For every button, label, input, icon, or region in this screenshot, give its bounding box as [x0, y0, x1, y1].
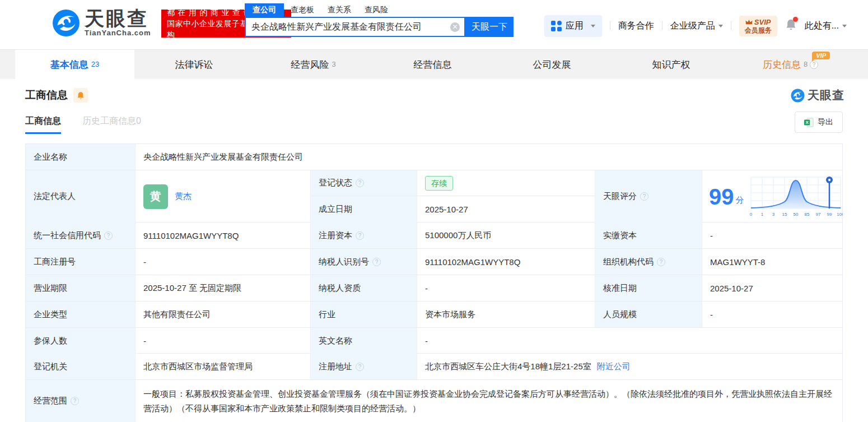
- tab-business-info[interactable]: 经营信息: [373, 50, 492, 79]
- search-tabs: 查公司 查老板 查关系 查风险: [245, 3, 514, 17]
- establish-date-value: 2025-10-27: [417, 196, 595, 222]
- svg-text:3: 3: [772, 212, 774, 217]
- industry-value: 资本市场服务: [417, 302, 595, 327]
- divider: [662, 21, 662, 30]
- field-label: 实缴资本: [595, 222, 702, 248]
- export-button[interactable]: X 导出: [795, 112, 843, 133]
- site-logo[interactable]: 天眼查 TianYanCha.com: [52, 9, 151, 37]
- divider: [731, 21, 731, 30]
- svip-member-button[interactable]: SVIP 会员服务: [739, 16, 777, 36]
- score-value: 99: [709, 186, 734, 208]
- enterprise-products-link[interactable]: 企业级产品: [670, 20, 723, 32]
- search-tab-relation[interactable]: 查关系: [321, 3, 358, 17]
- svg-text:100: 100: [837, 212, 843, 217]
- legal-rep-link[interactable]: 黄杰: [175, 191, 192, 202]
- notifications-button[interactable]: [785, 18, 797, 33]
- reg-address-value: 北京市西城区车公庄大街4号18幢1层21-25室: [425, 361, 591, 372]
- svg-text:X: X: [805, 120, 809, 125]
- company-section-tabs: 基本信息23 法律诉讼 经营风险3 经营信息 公司发展 知识产权 历史信息8 ?…: [0, 49, 868, 79]
- search-tab-boss[interactable]: 查老板: [284, 3, 321, 17]
- svip-sublabel: 会员服务: [745, 26, 772, 34]
- apps-label: 应用: [566, 20, 584, 32]
- business-subtabs: 工商信息 历史工商信息0: [25, 115, 141, 134]
- svg-text:0: 0: [749, 212, 752, 217]
- subtab-business-registration[interactable]: 工商信息: [25, 115, 61, 134]
- search-area: 查公司 查老板 查关系 查风险 ✕ 天眼一下: [245, 3, 514, 37]
- english-name-value: -: [417, 328, 842, 354]
- svg-text:85: 85: [804, 212, 809, 217]
- crown-icon: [745, 19, 753, 25]
- business-cooperation-link[interactable]: 商务合作: [618, 20, 654, 32]
- tab-operation-risk[interactable]: 经营风险3: [254, 50, 373, 79]
- apps-menu-button[interactable]: 应用: [544, 15, 602, 37]
- business-info-card: 工商信息 天眼查 工商信息 历史工商信息0: [0, 79, 868, 422]
- header-nav: 应用 商务合作 企业级产品 SVIP 会员服务: [544, 15, 847, 37]
- subtab-history-registration[interactable]: 历史工商信息0: [82, 115, 141, 134]
- field-label: 统一社会信用代码?: [26, 222, 136, 248]
- svg-text:50: 50: [793, 212, 798, 217]
- watermark-text: 天眼查: [808, 87, 844, 103]
- tab-company-development[interactable]: 公司发展: [492, 50, 612, 79]
- bell-icon: [77, 91, 85, 100]
- tyc-score-cell[interactable]: 99 分: [702, 170, 846, 222]
- legal-rep-cell: 黄 黄杰: [136, 170, 311, 222]
- tab-history-info[interactable]: 历史信息8 ? VIP: [731, 50, 850, 79]
- field-label: 法定代表人: [26, 170, 136, 222]
- search-tab-risk[interactable]: 查风险: [358, 3, 395, 17]
- score-distribution-chart: 0 1 3 15 50 85 97 99 100: [749, 175, 843, 219]
- brand-name: 天眼查: [85, 9, 151, 28]
- svg-text:99: 99: [827, 212, 832, 217]
- score-unit: 分: [736, 195, 744, 206]
- business-registration-table: 企业名称 央企战略性新兴产业发展基金有限责任公司 法定代表人 黄 黄杰 登记状态…: [25, 143, 843, 422]
- help-icon[interactable]: ?: [356, 179, 364, 187]
- help-icon[interactable]: ?: [372, 258, 381, 266]
- help-icon[interactable]: ?: [356, 363, 364, 371]
- legal-rep-avatar[interactable]: 黄: [143, 184, 168, 209]
- subscribe-bell-button[interactable]: [73, 88, 88, 103]
- field-label: 企业类型: [26, 302, 136, 327]
- table-row: 参保人数 - 英文名称 -: [26, 328, 842, 354]
- nearby-companies-link[interactable]: 附近公司: [597, 361, 631, 372]
- search-input[interactable]: [246, 18, 464, 36]
- credit-code-value: 91110102MAG1WYYT8Q: [136, 222, 311, 248]
- excel-icon: X: [804, 118, 814, 127]
- org-code-value: MAG1WYYT-8: [702, 249, 842, 275]
- svg-text:97: 97: [815, 212, 820, 217]
- status-badge: 存续: [425, 176, 453, 191]
- svip-label: SVIP: [754, 18, 771, 26]
- chevron-down-icon: [718, 25, 723, 30]
- user-menu[interactable]: 此处有...: [805, 20, 847, 32]
- reg-number-value: -: [136, 249, 311, 275]
- field-label: 核准日期: [595, 275, 702, 301]
- help-icon[interactable]: ?: [356, 231, 364, 240]
- help-icon[interactable]: ?: [640, 192, 648, 201]
- field-label: 人员规模: [595, 302, 702, 327]
- field-label: 成立日期: [311, 196, 417, 222]
- help-icon[interactable]: ?: [104, 231, 113, 240]
- business-term-value: 2025-10-27 至 无固定期限: [136, 275, 311, 301]
- insured-count-value: -: [136, 328, 311, 354]
- tianyancha-swirl-icon: [52, 9, 80, 37]
- search-button[interactable]: 天眼一下: [465, 17, 514, 37]
- reg-status-cell: 存续: [417, 170, 595, 196]
- table-row: 营业期限 2025-10-27 至 无固定期限 纳税人资质 - 核准日期 202…: [26, 275, 842, 302]
- svg-text:15: 15: [782, 212, 787, 217]
- clear-search-icon[interactable]: ✕: [450, 22, 460, 32]
- taxpayer-quality-value: -: [417, 275, 595, 301]
- field-label: 企业名称: [26, 144, 136, 170]
- field-label: 英文名称: [311, 328, 417, 354]
- tab-intellectual-property[interactable]: 知识产权: [612, 50, 731, 79]
- reg-address-cell: 北京市西城区车公庄大街4号18幢1层21-25室 附近公司: [417, 354, 842, 379]
- field-label: 注册资本?: [311, 222, 417, 248]
- field-label: 组织机构代码?: [595, 249, 702, 275]
- tab-legal-litigation[interactable]: 法律诉讼: [134, 50, 254, 79]
- field-label: 注册地址?: [311, 354, 417, 379]
- help-icon[interactable]: ?: [657, 258, 665, 266]
- notification-dot: [793, 17, 798, 22]
- field-label: 纳税人识别号?: [311, 249, 417, 275]
- help-icon[interactable]: ?: [71, 397, 79, 405]
- brand-domain: TianYanCha.com: [85, 29, 151, 37]
- table-row: 企业类型 其他有限责任公司 行业 资本市场服务 人员规模 -: [26, 302, 842, 328]
- tab-basic-info[interactable]: 基本信息23: [15, 50, 134, 79]
- search-tab-company[interactable]: 查公司: [245, 3, 284, 17]
